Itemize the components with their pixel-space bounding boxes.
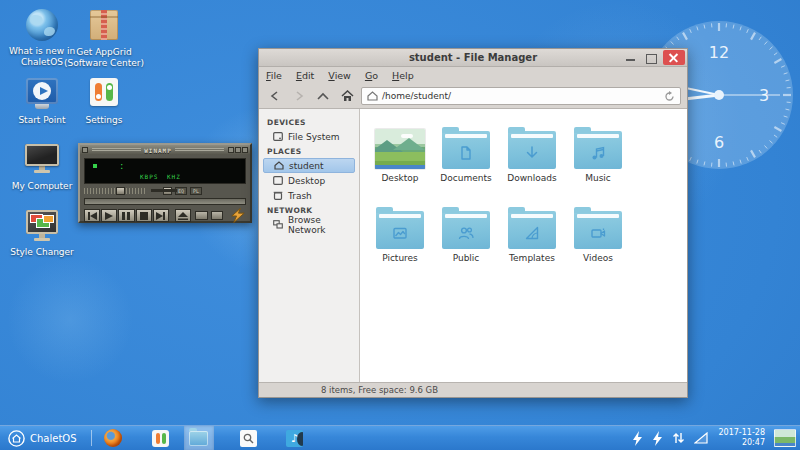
taskbar-music-player[interactable]: ♪ — [280, 426, 310, 450]
sidebar-item-desktop[interactable]: Desktop — [263, 173, 355, 188]
taskbar-date: 2017-11-28 — [719, 428, 766, 438]
winamp-minimize-button[interactable] — [228, 147, 234, 153]
file-item-desktop[interactable]: Desktop — [367, 117, 433, 197]
clock-number-12: 12 — [709, 43, 729, 62]
winamp-play-indicator — [93, 164, 97, 168]
home-button[interactable] — [337, 87, 357, 105]
sidebar-item-file-system[interactable]: File System — [263, 129, 355, 144]
taskbar-settings[interactable] — [146, 426, 176, 450]
signal-triangle-icon[interactable] — [694, 432, 708, 444]
taskbar: ChaletOS ♪ 2 — [0, 425, 800, 450]
winamp-balance-slider[interactable] — [151, 189, 177, 192]
taskbar-search[interactable] — [234, 426, 264, 450]
winamp-pl-button[interactable]: PL — [190, 187, 202, 195]
desktop-icon-appgrid[interactable]: Get AppGrid (Software Center) — [62, 8, 146, 70]
fm-menubar: File Edit View Go Help — [259, 67, 687, 84]
back-button[interactable] — [265, 87, 285, 105]
menu-view[interactable]: View — [328, 70, 351, 81]
search-icon — [240, 430, 257, 447]
winamp-menu-icon[interactable] — [82, 147, 88, 153]
up-button[interactable] — [313, 87, 333, 105]
file-item-downloads[interactable]: Downloads — [499, 117, 565, 197]
file-manager-icon — [189, 431, 208, 446]
winamp-previous-button[interactable] — [84, 209, 100, 222]
winamp-volume-knob[interactable] — [116, 187, 125, 195]
file-item-music[interactable]: Music — [565, 117, 631, 197]
taskbar-clock[interactable]: 2017-11-28 20:47 — [719, 428, 766, 448]
desktop-icon-settings[interactable]: Settings — [62, 76, 146, 126]
winamp-close-button[interactable] — [242, 147, 248, 153]
show-desktop-thumbnail[interactable] — [774, 429, 796, 447]
address-path: /home/student/ — [382, 91, 660, 101]
download-glyph — [522, 143, 542, 163]
menu-edit[interactable]: Edit — [296, 70, 314, 81]
close-button[interactable] — [663, 50, 685, 65]
start-point-icon — [26, 78, 58, 104]
image-glyph — [390, 223, 410, 243]
desktop-folder-thumbnail — [375, 129, 425, 169]
template-glyph — [522, 223, 542, 243]
file-item-pictures[interactable]: Pictures — [367, 197, 433, 277]
menu-file[interactable]: File — [266, 70, 282, 81]
desktop-icon-my-computer[interactable]: My Computer — [0, 142, 84, 192]
winamp-khz-label: KHZ — [167, 173, 181, 180]
network-arrows-icon[interactable] — [672, 432, 685, 444]
music-player-icon: ♪ — [286, 430, 303, 447]
winamp-titlebar[interactable]: WINAMP — [80, 145, 250, 155]
start-label: ChaletOS — [30, 433, 77, 444]
minimize-button[interactable] — [621, 51, 641, 65]
trash-icon — [273, 191, 283, 200]
taskbar-time: 20:47 — [719, 438, 766, 448]
reload-icon[interactable] — [664, 91, 675, 102]
sidebar-item-trash[interactable]: Trash — [263, 188, 355, 203]
winamp-stop-button[interactable] — [136, 209, 152, 222]
file-item-documents[interactable]: Documents — [433, 117, 499, 197]
taskbar-separator — [91, 430, 92, 446]
file-item-public[interactable]: Public — [433, 197, 499, 277]
sidebar-item-browse-network[interactable]: Browse Network — [263, 217, 355, 232]
winamp-shuffle-button[interactable] — [195, 211, 207, 220]
folder-icon — [508, 131, 556, 169]
start-button[interactable]: ChaletOS — [0, 426, 85, 450]
file-item-videos[interactable]: Videos — [565, 197, 631, 277]
winamp-window[interactable]: WINAMP : KBPS KHZ EQ PL — [78, 143, 252, 223]
desktop-icon-style-changer[interactable]: Style Changer — [0, 208, 84, 258]
folder-icon — [574, 131, 622, 169]
address-bar[interactable]: /home/student/ — [361, 87, 681, 105]
desktop-icon-label: My Computer — [0, 181, 84, 192]
winamp-repeat-button[interactable] — [211, 211, 223, 220]
file-item-templates[interactable]: Templates — [499, 197, 565, 277]
winamp-eject-button[interactable] — [175, 209, 191, 222]
winamp-pause-button[interactable] — [118, 209, 134, 222]
fm-sidebar: DEVICES File System PLACES student Deskt… — [259, 109, 360, 382]
winamp-seek-bar[interactable] — [84, 198, 246, 205]
status-text: 8 items, Free space: 9.6 GB — [321, 385, 438, 395]
sidebar-item-student[interactable]: student — [263, 158, 355, 173]
start-house-icon — [8, 430, 25, 447]
menu-help[interactable]: Help — [392, 70, 414, 81]
winamp-play-button[interactable] — [101, 209, 117, 222]
winamp-lightning-logo — [229, 208, 246, 223]
maximize-button[interactable] — [641, 51, 661, 65]
fm-titlebar[interactable]: student - File Manager — [259, 49, 687, 67]
taskbar-firefox[interactable] — [98, 426, 128, 450]
battery-bolt-icon[interactable] — [652, 431, 663, 446]
forward-button[interactable] — [289, 87, 309, 105]
winamp-next-button[interactable] — [153, 209, 169, 222]
winamp-display: : KBPS KHZ — [84, 158, 246, 184]
winamp-shade-button[interactable] — [235, 147, 241, 153]
desktop-icon-label: Get AppGrid (Software Center) — [62, 47, 146, 70]
desktop-icon — [273, 176, 283, 185]
winamp-time-display: : — [119, 161, 124, 171]
winamp-volume-slider[interactable] — [84, 188, 146, 194]
package-icon — [90, 10, 118, 40]
desktop: What is new in ChaletOS Get AppGrid (Sof… — [0, 0, 800, 450]
video-camera-glyph — [588, 223, 608, 243]
file-manager-window: student - File Manager File Edit View Go… — [258, 48, 688, 398]
settings-icon — [90, 78, 118, 106]
power-bolt-icon[interactable] — [632, 431, 643, 446]
menu-go[interactable]: Go — [365, 70, 378, 81]
sidebar-header-places: PLACES — [263, 144, 355, 158]
taskbar-file-manager[interactable] — [184, 426, 214, 450]
drive-icon — [273, 132, 283, 141]
